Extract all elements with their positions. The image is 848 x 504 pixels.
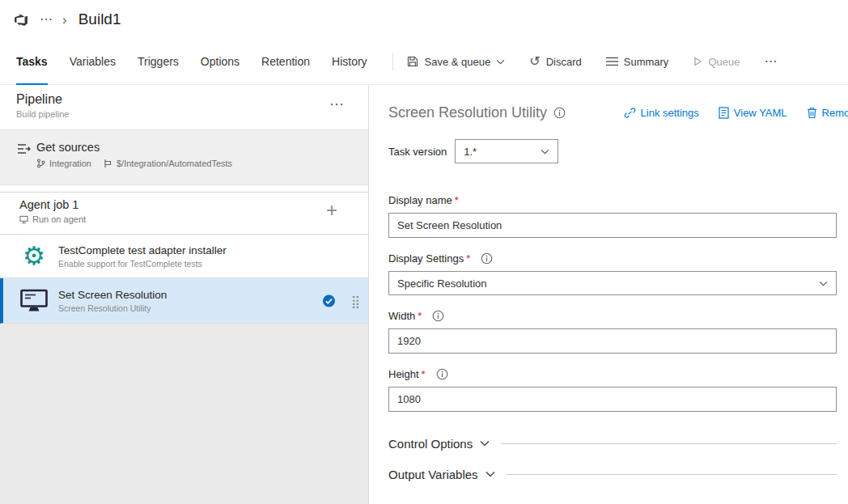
info-icon[interactable] [481,252,493,265]
repo-name: Integration [49,159,91,168]
save-queue-label: Save & queue [425,56,491,68]
required-marker: * [418,310,422,322]
agent-job-subtitle: Run on agent [32,214,86,224]
tab-history[interactable]: History [332,39,367,84]
get-sources-item[interactable]: Get sources Integration $/Integration/Au… [0,130,368,185]
agent-job-item[interactable]: Agent job 1 Run on agent + [0,192,368,235]
get-sources-meta: Integration $/Integration/AutomatedTests [36,159,232,168]
task-version-dropdown[interactable]: 1.* [455,139,558,163]
undo-icon: ↺ [529,55,540,68]
remove-button[interactable]: Remove [807,107,848,119]
width-input[interactable] [388,328,837,354]
task-version-label: Task version [388,146,447,158]
more-icon: ⋯ [764,55,777,68]
task-version-value: 1.* [464,146,477,158]
tab-bar: Tasks Variables Triggers Options Retenti… [0,39,848,85]
chevron-down-icon [485,471,495,477]
section-divider [507,474,837,475]
tab-retention[interactable]: Retention [261,39,310,84]
info-icon[interactable] [436,368,448,380]
tab-triggers[interactable]: Triggers [138,39,179,84]
panel-spacer [0,185,368,192]
display-name-input[interactable] [388,213,837,238]
section-divider [501,443,837,444]
save-queue-button[interactable]: Save & queue [406,55,506,68]
get-sources-title: Get sources [36,141,232,154]
queue-button[interactable]: Queue [693,56,740,68]
required-marker: * [466,252,470,265]
add-task-button[interactable]: + [326,201,337,220]
tab-variables[interactable]: Variables [70,39,116,84]
task-subtitle: Screen Resolution Utility [58,303,167,313]
document-icon [719,107,729,119]
display-settings-dropdown[interactable]: Specific Resolution [388,271,837,295]
breadcrumb-more-icon[interactable]: ⋯ [40,13,53,26]
summary-icon [606,57,618,66]
info-icon[interactable] [553,107,566,119]
monitor-icon [19,286,49,316]
view-yaml-label: View YAML [734,107,787,119]
required-marker: * [455,194,459,206]
play-icon [693,57,702,66]
azure-devops-logo-icon[interactable] [15,13,28,27]
get-sources-icon [16,142,31,184]
toolbar-divider [392,53,393,70]
branch-icon [104,159,112,168]
width-label: Width [388,310,415,322]
source-path: $/Integration/AutomatedTests [117,159,232,168]
repo-icon [36,159,45,168]
output-variables-label: Output Variables [388,468,478,481]
top-header: ⋯ › Build1 [0,0,848,39]
trash-icon [807,107,817,119]
tab-tasks[interactable]: Tasks [16,39,48,84]
pipeline-header: Pipeline Build pipeline ⋯ [0,85,368,130]
info-icon[interactable] [432,310,444,322]
task-detail-panel: Screen Resolution Utility Link settings … [369,85,848,504]
link-settings-label: Link settings [641,107,699,119]
save-icon [406,55,419,68]
tab-options[interactable]: Options [201,39,240,84]
task-item-set-screen-resolution[interactable]: Set Screen Resolution Screen Resolution … [0,278,368,324]
task-subtitle: Enable support for TestComplete tests [58,259,227,269]
output-variables-section[interactable]: Output Variables [388,462,837,486]
chevron-down-icon [819,281,828,286]
selected-check-icon [322,294,336,307]
task-settings-title: Screen Resolution Utility [388,104,547,121]
remove-label: Remove [822,107,848,119]
discard-button[interactable]: ↺ Discard [529,55,581,68]
link-icon [624,107,636,119]
task-item-testcomplete[interactable]: ⚙ TestComplete test adapter installer En… [0,235,368,278]
task-title: TestComplete test adapter installer [58,244,227,256]
required-marker: * [422,368,426,380]
height-label: Height [388,368,419,380]
height-input[interactable] [388,387,837,412]
control-options-section[interactable]: Control Options [388,431,837,455]
agent-icon [19,215,28,224]
testcomplete-gear-icon: ⚙ [19,242,49,271]
display-settings-label: Display Settings [388,252,464,265]
summary-button[interactable]: Summary [606,56,669,68]
discard-label: Discard [546,56,582,68]
breadcrumb-chevron-icon: › [62,13,67,27]
view-yaml-button[interactable]: View YAML [719,107,787,119]
chevron-down-icon [541,149,549,155]
display-settings-value: Specific Resolution [397,277,487,290]
display-name-label: Display name [388,194,452,206]
control-options-label: Control Options [388,437,473,451]
link-settings-button[interactable]: Link settings [624,107,699,119]
pipeline-tree-panel: Pipeline Build pipeline ⋯ Get sources In… [0,85,369,504]
command-bar: Save & queue ↺ Discard Summary Queue ⋯ [406,39,802,84]
pipeline-more-icon[interactable]: ⋯ [329,97,355,129]
chevron-down-icon [480,440,490,447]
agent-job-title: Agent job 1 [19,198,355,211]
summary-label: Summary [624,56,669,68]
pipeline-title[interactable]: Pipeline [16,92,69,107]
pipeline-name-title[interactable]: Build1 [78,11,121,28]
drag-handle[interactable]: ⣿ [351,294,360,307]
pipeline-subtitle: Build pipeline [16,109,69,119]
chevron-down-icon [496,59,505,65]
toolbar-more-button[interactable]: ⋯ [764,55,777,68]
task-title: Set Screen Resolution [58,289,167,301]
queue-label: Queue [708,56,740,68]
